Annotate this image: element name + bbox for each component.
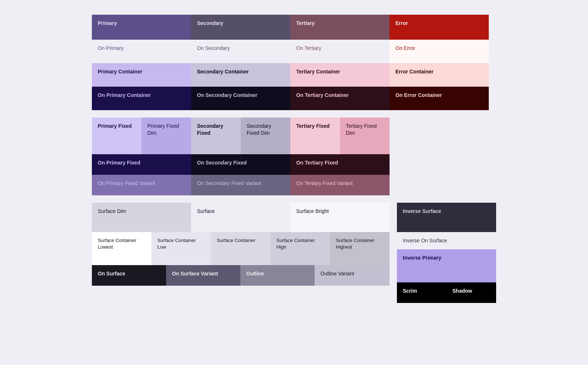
surface-container-high-swatch: Surface Container High bbox=[270, 232, 330, 265]
on-primary-swatch: On Primary bbox=[92, 40, 191, 63]
primary-swatch: Primary bbox=[92, 15, 191, 40]
tertiary-container-swatch: Tertiary Container bbox=[290, 63, 390, 87]
primary-fixed-dim-swatch: Primary Fixed Dim bbox=[141, 118, 191, 154]
on-primary-fixed-swatch: On Primary Fixed bbox=[92, 154, 191, 175]
on-secondary-fixed-swatch: On Secondary Fixed bbox=[191, 154, 290, 175]
secondary-fixed-group: Secondary Fixed Secondary Fixed Dim On S… bbox=[191, 118, 290, 195]
surface-swatch: Surface bbox=[191, 203, 290, 232]
tertiary-swatch: Tertiary bbox=[290, 15, 390, 40]
on-primary-container-swatch: On Primary Container bbox=[92, 87, 191, 110]
on-tertiary-fixed-variant-swatch: On Tertiary Fixed Variant bbox=[290, 175, 390, 195]
error-container-swatch: Error Container bbox=[390, 63, 489, 87]
on-secondary-swatch: On Secondary bbox=[191, 40, 290, 63]
secondary-swatch: Secondary bbox=[191, 15, 290, 40]
secondary-group: Secondary On Secondary Secondary Contain… bbox=[191, 15, 290, 110]
tertiary-fixed-group: Tertiary Fixed Tertiary Fixed Dim On Ter… bbox=[290, 118, 390, 195]
on-primary-fixed-variant-swatch: On Primary Fixed Variant bbox=[92, 175, 191, 195]
on-secondary-container-swatch: On Secondary Container bbox=[191, 87, 290, 110]
on-surface-variant-swatch: On Surface Variant bbox=[166, 265, 240, 286]
surface-bright-swatch: Surface Bright bbox=[290, 203, 390, 232]
inverse-on-surface-swatch: Inverse On Surface bbox=[397, 232, 496, 249]
inverse-group: Inverse Surface Inverse On Surface Inver… bbox=[397, 203, 496, 303]
on-error-container-swatch: On Error Container bbox=[390, 87, 489, 110]
on-surface-swatch: On Surface bbox=[92, 265, 166, 286]
surface-container-highest-swatch: Surface Container Highest bbox=[330, 232, 390, 265]
scrim-swatch: Scrim bbox=[397, 282, 447, 303]
surface-dim-swatch: Surface Dim bbox=[92, 203, 191, 232]
error-group: Error On Error Error Container On Error … bbox=[390, 15, 489, 110]
tertiary-fixed-dim-swatch: Tertiary Fixed Dim bbox=[340, 118, 390, 154]
primary-fixed-swatch: Primary Fixed bbox=[92, 118, 141, 154]
secondary-container-swatch: Secondary Container bbox=[191, 63, 290, 87]
secondary-fixed-dim-swatch: Secondary Fixed Dim bbox=[241, 118, 290, 154]
inverse-primary-swatch: Inverse Primary bbox=[397, 249, 496, 282]
color-palette: Primary On Primary Primary Container On … bbox=[92, 15, 496, 303]
on-secondary-fixed-variant-swatch: On Secondary Fixed Variant bbox=[191, 175, 290, 195]
primary-container-swatch: Primary Container bbox=[92, 63, 191, 87]
on-tertiary-fixed-swatch: On Tertiary Fixed bbox=[290, 154, 390, 175]
secondary-fixed-swatch: Secondary Fixed bbox=[191, 118, 241, 154]
primary-group: Primary On Primary Primary Container On … bbox=[92, 15, 191, 110]
tertiary-group: Tertiary On Tertiary Tertiary Container … bbox=[290, 15, 390, 110]
surface-container-swatch: Surface Container bbox=[211, 232, 270, 265]
tertiary-fixed-swatch: Tertiary Fixed bbox=[290, 118, 340, 154]
on-error-swatch: On Error bbox=[390, 40, 489, 63]
primary-fixed-group: Primary Fixed Primary Fixed Dim On Prima… bbox=[92, 118, 191, 195]
surface-area: Surface Dim Surface Surface Bright Surfa… bbox=[92, 203, 397, 303]
surface-container-low-swatch: Surface Container Low bbox=[151, 232, 211, 265]
inverse-surface-swatch: Inverse Surface bbox=[397, 203, 496, 232]
on-tertiary-container-swatch: On Tertiary Container bbox=[290, 87, 390, 110]
surface-container-lowest-swatch: Surface Container Lowest bbox=[92, 232, 151, 265]
error-swatch: Error bbox=[390, 15, 489, 40]
shadow-swatch: Shadow bbox=[447, 282, 496, 303]
outline-variant-swatch: Outline Variant bbox=[315, 265, 390, 286]
outline-swatch: Outline bbox=[240, 265, 315, 286]
on-tertiary-swatch: On Tertiary bbox=[290, 40, 390, 63]
